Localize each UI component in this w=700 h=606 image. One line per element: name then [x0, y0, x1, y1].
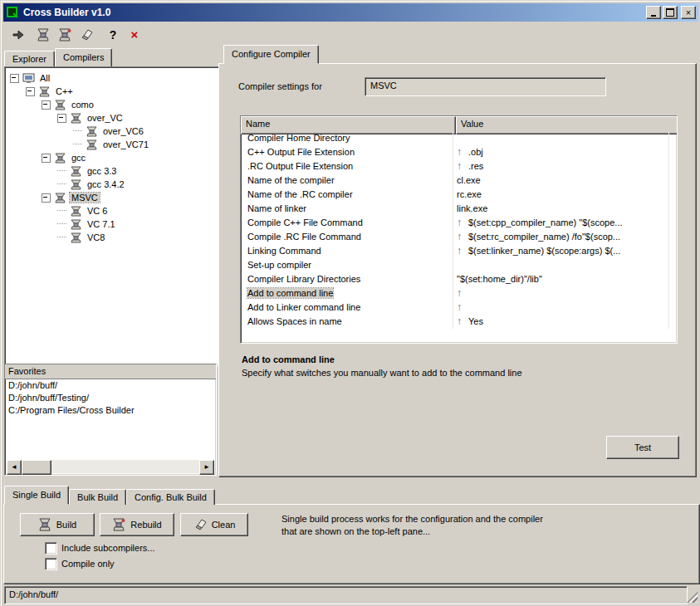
- tree-item-vc8[interactable]: VC8: [7, 231, 218, 244]
- tab-bulk-build[interactable]: Bulk Build: [69, 489, 126, 505]
- favorite-item[interactable]: D:/john/buff/Testing/: [5, 392, 216, 404]
- resize-grip[interactable]: [687, 592, 698, 603]
- scroll-right-button[interactable]: ►: [199, 460, 214, 475]
- tree-item-gcc-342[interactable]: gcc 3.4.2: [7, 178, 218, 191]
- setting-detail-description: Specify what switches you manually want …: [242, 368, 522, 378]
- rebuild-icon: [112, 518, 125, 531]
- include-subcompilers-label: Include subcompilers...: [61, 543, 155, 553]
- table-row[interactable]: Name of the .RC compiler rc.exe: [241, 188, 677, 202]
- build-icon: [38, 518, 51, 531]
- tree-connector: [57, 223, 66, 225]
- expander-icon[interactable]: [42, 154, 51, 163]
- tree-item-vc71[interactable]: VC 7.1: [7, 217, 218, 231]
- table-row[interactable]: Linking Command ↑$(set:linker_name) $(sc…: [241, 244, 677, 258]
- include-subcompilers-row: Include subcompilers...: [45, 542, 155, 554]
- setting-detail-title: Add to command line: [242, 354, 335, 364]
- table-row[interactable]: C++ Output File Extension ↑.obj: [241, 145, 677, 159]
- compiler-icon: [54, 193, 66, 203]
- compile-only-row: Compile only: [45, 558, 115, 569]
- close-icon: ×: [686, 7, 691, 17]
- expander-icon[interactable]: [42, 100, 51, 110]
- rebuild-button[interactable]: Rebuild: [100, 513, 174, 536]
- table-row[interactable]: Name of linker link.exe: [241, 202, 677, 216]
- table-row[interactable]: .RC Output File Extension ↑.res: [241, 159, 677, 173]
- expander-icon[interactable]: [26, 87, 35, 96]
- table-header: Name Value: [241, 116, 677, 131]
- tree-connector: [57, 237, 66, 238]
- compiler-icon: [54, 100, 66, 110]
- tree-item-all[interactable]: All: [7, 71, 218, 85]
- compiler-icon: [70, 232, 82, 243]
- override-arrow-icon: ↑: [457, 301, 468, 315]
- test-button[interactable]: Test: [606, 436, 679, 459]
- titlebar[interactable]: Cross Builder v1.0 ×: [3, 3, 698, 22]
- override-arrow-icon: ↑: [457, 244, 468, 258]
- compiler-icon: [70, 206, 82, 217]
- favorite-item[interactable]: D:/john/buff/: [5, 379, 216, 392]
- right-arrow-icon: ►: [203, 464, 210, 471]
- right-tabstrip: Configure Compiler: [223, 46, 319, 64]
- build-icon[interactable]: [34, 26, 52, 43]
- tree-item-gcc[interactable]: gcc: [7, 151, 218, 164]
- expander-icon[interactable]: [57, 114, 66, 123]
- compiler-name-field[interactable]: MSVC: [365, 77, 606, 96]
- tree-item-over-vc[interactable]: over_VC: [7, 111, 218, 125]
- left-tabstrip: Explorer Compilers: [4, 49, 112, 66]
- tree-item-msvc[interactable]: MSVC: [7, 191, 218, 204]
- tree-item-over-vc6[interactable]: over_VC6: [7, 125, 218, 138]
- tree-connector: [57, 210, 66, 212]
- tree-item-gcc-33[interactable]: gcc 3.3: [7, 164, 218, 178]
- tree-connector: [57, 183, 66, 185]
- tree-item-como[interactable]: como: [7, 98, 218, 111]
- compilers-tree: All C++ como over_VC over_VC6 over_VC71: [4, 66, 220, 366]
- table-row[interactable]: Allows Spaces in name ↑Yes: [241, 315, 677, 329]
- override-arrow-icon: ↑: [457, 230, 468, 244]
- maximize-icon: [666, 8, 674, 17]
- compile-only-checkbox[interactable]: [45, 558, 57, 570]
- favorite-item[interactable]: C:/Program Files/Cross Builder: [5, 404, 216, 417]
- build-info-text: Single build process works for the confi…: [281, 513, 543, 538]
- favorites-hscrollbar[interactable]: ◄ ►: [7, 460, 214, 473]
- tree-item-over-vc71[interactable]: over_VC71: [7, 138, 218, 151]
- tab-compilers[interactable]: Compilers: [55, 48, 113, 66]
- table-row[interactable]: Name of the compiler cl.exe: [241, 173, 677, 188]
- single-build-page: Build Rebuild Clean Include subcompilers…: [3, 504, 700, 584]
- tree-item-vc6[interactable]: VC 6: [7, 204, 218, 217]
- scroll-track[interactable]: [51, 460, 199, 473]
- compiler-icon: [86, 139, 98, 150]
- tab-config-bulk-build[interactable]: Config. Bulk Build: [126, 489, 215, 505]
- expander-icon[interactable]: [10, 74, 19, 83]
- rebuild-icon[interactable]: [56, 26, 74, 43]
- scroll-left-button[interactable]: ◄: [7, 460, 22, 475]
- tab-single-build[interactable]: Single Build: [4, 486, 69, 505]
- clean-button[interactable]: Clean: [180, 513, 248, 536]
- statusbar: D:/john/buff/: [3, 584, 698, 604]
- expander-icon[interactable]: [42, 193, 51, 203]
- toolbar: ? ×: [4, 24, 698, 45]
- close-button[interactable]: ×: [681, 6, 696, 19]
- compile-only-label: Compile only: [61, 559, 115, 569]
- table-row[interactable]: Add to Linker command line ↑: [241, 301, 677, 315]
- scroll-thumb[interactable]: [22, 460, 51, 475]
- tab-configure-compiler[interactable]: Configure Compiler: [223, 45, 319, 64]
- table-row-selected[interactable]: Add to command line ↑: [241, 286, 677, 301]
- maximize-button[interactable]: [663, 6, 678, 19]
- override-arrow-icon: ↑: [457, 145, 468, 159]
- table-row[interactable]: Compile .RC File Command ↑$(set:rc_compi…: [241, 230, 677, 244]
- help-icon[interactable]: ?: [104, 26, 122, 43]
- override-arrow-icon: ↑: [457, 286, 468, 301]
- run-icon[interactable]: [9, 26, 27, 43]
- table-row[interactable]: Compile C++ File Command ↑$(set:cpp_comp…: [241, 216, 677, 230]
- table-row[interactable]: Set-up compiler: [241, 258, 677, 272]
- minimize-button[interactable]: [646, 6, 661, 19]
- delete-icon[interactable]: ×: [125, 26, 144, 43]
- tree-item-cpp[interactable]: C++: [7, 85, 218, 98]
- table-row[interactable]: Compiler Library Directories "$(set:home…: [241, 272, 677, 286]
- build-button[interactable]: Build: [20, 513, 95, 536]
- tab-explorer[interactable]: Explorer: [4, 51, 55, 66]
- table-row[interactable]: Compiler Home Directory: [241, 131, 677, 145]
- compiler-icon: [86, 126, 98, 137]
- clean-icon[interactable]: [77, 26, 95, 43]
- clean-icon: [193, 518, 207, 531]
- include-subcompilers-checkbox[interactable]: [45, 542, 57, 555]
